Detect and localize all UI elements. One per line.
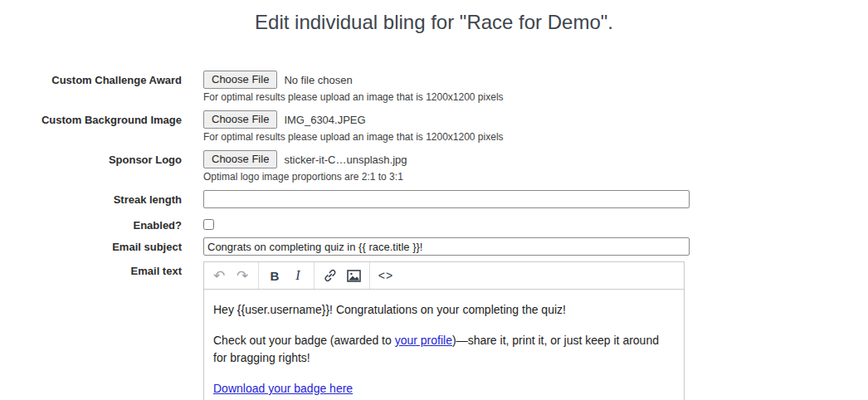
toolbar-separator — [258, 262, 259, 289]
your-profile-link[interactable]: your profile — [395, 334, 452, 347]
text-segment: Check out your badge (awarded to — [213, 334, 395, 347]
email-paragraph-greeting: Hey {{user.username}}! Congratulations o… — [213, 301, 675, 319]
streak-length-label: Streak length — [0, 190, 182, 206]
form-row-background-image: Custom Background Image Choose File IMG_… — [0, 110, 868, 143]
page-title: Edit individual bling for "Race for Demo… — [0, 0, 868, 34]
sponsor-logo-file-line: Choose File sticker-it-C…unsplash.jpg — [203, 150, 407, 168]
undo-icon: ↶ — [213, 269, 225, 283]
toolbar-separator — [369, 262, 370, 289]
download-badge-link[interactable]: Download your badge here — [213, 382, 353, 395]
challenge-award-label: Custom Challenge Award — [0, 71, 182, 86]
email-text-editor: ↶ ↷ B I — [203, 261, 685, 400]
italic-icon: I — [295, 268, 300, 283]
bold-icon: B — [271, 269, 280, 283]
sponsor-logo-choose-file-button[interactable]: Choose File — [203, 150, 277, 168]
email-subject-control — [203, 237, 690, 256]
insert-link-button[interactable] — [319, 262, 342, 289]
streak-length-control — [203, 190, 690, 208]
bling-form: Custom Challenge Award Choose File No fi… — [0, 71, 868, 400]
email-subject-label: Email subject — [0, 237, 182, 253]
challenge-award-control: Choose File No file chosen For optimal r… — [203, 71, 504, 103]
italic-button[interactable]: I — [286, 262, 310, 289]
form-row-email-subject: Email subject — [0, 237, 868, 256]
background-image-control: Choose File IMG_6304.JPEG For optimal re… — [203, 110, 504, 143]
picture-icon — [347, 270, 361, 282]
sponsor-logo-label: Sponsor Logo — [0, 150, 182, 166]
enabled-control — [203, 216, 214, 233]
form-row-email-text: Email text ↶ ↷ B I — [0, 261, 868, 400]
background-image-file-line: Choose File IMG_6304.JPEG — [203, 110, 504, 129]
form-row-challenge-award: Custom Challenge Award Choose File No fi… — [0, 71, 868, 103]
email-text-label: Email text — [0, 261, 182, 277]
form-row-streak-length: Streak length — [0, 190, 868, 208]
text-segment: Hey {{user.username}}! Congratulations o… — [213, 303, 566, 316]
email-subject-input[interactable] — [203, 237, 690, 256]
insert-image-button[interactable] — [342, 262, 365, 289]
challenge-award-filename: No file chosen — [284, 74, 352, 86]
email-paragraph-badge: Check out your badge (awarded to your pr… — [213, 332, 675, 367]
sponsor-logo-control: Choose File sticker-it-C…unsplash.jpg Op… — [203, 150, 407, 183]
chain-link-icon — [324, 269, 337, 282]
challenge-award-choose-file-button[interactable]: Choose File — [203, 71, 277, 89]
toolbar-separator — [314, 262, 315, 289]
email-text-control: ↶ ↷ B I — [203, 261, 685, 400]
background-image-filename: IMG_6304.JPEG — [284, 114, 365, 126]
form-row-enabled: Enabled? — [0, 216, 868, 233]
challenge-award-helper-text: For optimal results please upload an ima… — [203, 91, 504, 103]
code-icon: <> — [378, 269, 393, 282]
email-paragraph-download: Download your badge here — [213, 380, 675, 398]
bold-button[interactable]: B — [263, 262, 286, 289]
redo-button[interactable]: ↷ — [231, 262, 254, 289]
editor-content[interactable]: Hey {{user.username}}! Congratulations o… — [203, 290, 685, 400]
enabled-label: Enabled? — [0, 216, 182, 232]
undo-button[interactable]: ↶ — [207, 262, 231, 289]
code-view-button[interactable]: <> — [374, 262, 397, 289]
streak-length-input[interactable] — [203, 190, 690, 208]
form-row-sponsor-logo: Sponsor Logo Choose File sticker-it-C…un… — [0, 150, 868, 183]
edit-bling-page: Edit individual bling for "Race for Demo… — [0, 0, 868, 400]
editor-toolbar: ↶ ↷ B I — [203, 261, 685, 290]
background-image-label: Custom Background Image — [0, 110, 182, 126]
background-image-helper-text: For optimal results please upload an ima… — [203, 131, 504, 143]
sponsor-logo-filename: sticker-it-C…unsplash.jpg — [284, 154, 407, 166]
redo-icon: ↷ — [237, 269, 248, 283]
background-image-choose-file-button[interactable]: Choose File — [203, 110, 277, 129]
challenge-award-file-line: Choose File No file chosen — [203, 71, 504, 89]
sponsor-logo-helper-text: Optimal logo image proportions are 2:1 t… — [203, 171, 407, 183]
enabled-checkbox[interactable] — [203, 219, 214, 230]
